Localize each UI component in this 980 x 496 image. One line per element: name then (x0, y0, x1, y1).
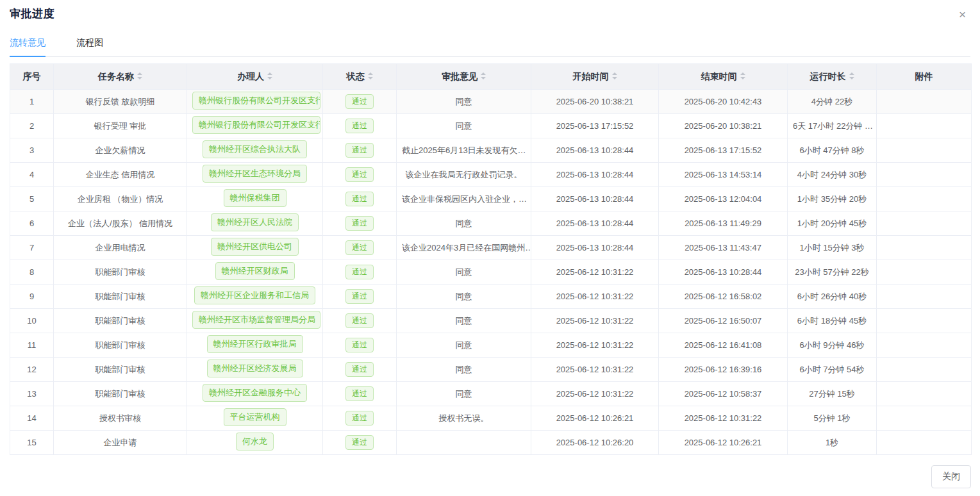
cell-status: 通过 (323, 382, 397, 406)
column-header-handler[interactable]: 办理人 (187, 64, 323, 90)
status-badge: 通过 (345, 338, 374, 352)
cell-index: 10 (10, 309, 54, 333)
cell-attachment (877, 406, 972, 431)
cell-index: 15 (10, 431, 54, 455)
cell-attachment (877, 211, 972, 236)
sort-icons[interactable] (267, 72, 272, 79)
caret-down-icon[interactable] (481, 77, 486, 79)
column-header-task-name[interactable]: 任务名称 (54, 64, 187, 90)
handler-tag: 赣州经开区人民法院 (211, 213, 299, 231)
caret-up-icon[interactable] (368, 72, 373, 75)
close-button[interactable]: 关闭 (931, 465, 971, 488)
modal-footer: 关闭 (931, 465, 971, 488)
caret-up-icon[interactable] (267, 72, 272, 75)
table-row: 14 授权书审核 平台运营机构 通过 授权书无误。 2025-06-12 10:… (10, 406, 972, 431)
cell-handler: 赣州经开区金融服务中心 (187, 382, 323, 406)
cell-attachment (877, 90, 972, 114)
cell-index: 3 (10, 138, 54, 163)
cell-task-name: 授权书审核 (54, 406, 187, 431)
cell-opinion: 同意 (397, 260, 531, 285)
handler-tag: 赣州保税集团 (224, 189, 287, 207)
caret-up-icon[interactable] (137, 72, 142, 75)
cell-start-time: 2025-06-13 10:28:44 (531, 211, 659, 236)
cell-start-time: 2025-06-12 10:31:22 (531, 309, 659, 333)
cell-task-name: 职能部门审核 (54, 382, 187, 406)
close-icon[interactable]: × (955, 7, 970, 22)
column-header-start-time[interactable]: 开始时间 (531, 64, 659, 90)
handler-tag: 赣州银行股份有限公司开发区支行 (192, 92, 320, 110)
table-row: 12 职能部门审核 赣州经开区经济发展局 通过 同意 2025-06-12 10… (10, 358, 972, 382)
cell-attachment (877, 138, 972, 163)
caret-down-icon[interactable] (137, 77, 142, 79)
cell-attachment (877, 236, 972, 260)
cell-status: 通过 (323, 406, 397, 431)
status-badge: 通过 (345, 143, 374, 158)
column-header-duration[interactable]: 运行时长 (788, 64, 877, 90)
sort-icons[interactable] (481, 72, 486, 79)
sort-icons[interactable] (849, 72, 854, 79)
cell-handler: 赣州经开区企业服务和工信局 (187, 285, 323, 309)
cell-index: 14 (10, 406, 54, 431)
cell-status: 通过 (323, 431, 397, 455)
cell-handler: 赣州经开区行政审批局 (187, 333, 323, 358)
cell-handler: 赣州经开区生态环境分局 (187, 163, 323, 187)
cell-opinion: 同意 (397, 382, 531, 406)
column-label: 结束时间 (701, 71, 737, 81)
caret-down-icon[interactable] (267, 77, 272, 79)
caret-up-icon[interactable] (612, 72, 617, 75)
cell-start-time: 2025-06-13 10:28:44 (531, 236, 659, 260)
cell-handler: 赣州经开区人民法院 (187, 211, 323, 236)
status-badge: 通过 (345, 119, 374, 133)
caret-down-icon[interactable] (368, 77, 373, 79)
sort-icons[interactable] (368, 72, 373, 79)
cell-duration: 1小时 15分钟 3秒 (788, 236, 877, 260)
cell-task-name: 银行反馈 放款明细 (54, 90, 187, 114)
cell-index: 1 (10, 90, 54, 114)
cell-end-time: 2025-06-12 16:39:16 (659, 358, 788, 382)
caret-up-icon[interactable] (849, 72, 854, 75)
column-header-opinion[interactable]: 审批意见 (397, 64, 531, 90)
sort-icons[interactable] (612, 72, 617, 79)
cell-end-time: 2025-06-12 16:50:07 (659, 309, 788, 333)
caret-up-icon[interactable] (740, 72, 745, 75)
cell-opinion: 同意 (397, 309, 531, 333)
handler-tag: 赣州经开区供电公司 (211, 238, 299, 256)
caret-down-icon[interactable] (849, 77, 854, 79)
caret-down-icon[interactable] (740, 77, 745, 79)
cell-index: 4 (10, 163, 54, 187)
cell-opinion: 同意 (397, 211, 531, 236)
cell-end-time: 2025-06-13 12:04:04 (659, 187, 788, 211)
handler-tag: 赣州经开区企业服务和工信局 (194, 286, 315, 304)
table-row: 11 职能部门审核 赣州经开区行政审批局 通过 同意 2025-06-12 10… (10, 333, 972, 358)
caret-up-icon[interactable] (481, 72, 486, 75)
table-row: 13 职能部门审核 赣州经开区金融服务中心 通过 同意 2025-06-12 1… (10, 382, 972, 406)
page-title: 审批进度 (10, 6, 54, 21)
cell-start-time: 2025-06-13 10:28:44 (531, 138, 659, 163)
cell-start-time: 2025-06-12 10:31:22 (531, 285, 659, 309)
table-row: 2 银行受理 审批 赣州银行股份有限公司开发区支行 通过 同意 2025-06-… (10, 114, 972, 138)
cell-index: 12 (10, 358, 54, 382)
cell-index: 9 (10, 285, 54, 309)
cell-task-name: 企业（法人/股东） 信用情况 (54, 211, 187, 236)
cell-start-time: 2025-06-13 17:15:52 (531, 114, 659, 138)
cell-duration: 23小时 57分钟 22秒 (788, 260, 877, 285)
cell-handler: 赣州银行股份有限公司开发区支行 (187, 90, 323, 114)
handler-tag: 赣州经开区经济发展局 (207, 360, 303, 377)
caret-down-icon[interactable] (612, 77, 617, 79)
status-badge: 通过 (345, 167, 374, 182)
tab-circulation-opinions[interactable]: 流转意见 (10, 37, 46, 56)
sort-icons[interactable] (740, 72, 745, 79)
cell-task-name: 企业申请 (54, 431, 187, 455)
cell-opinion: 该企业非保税园区内入驻企业，… (397, 187, 531, 211)
cell-start-time: 2025-06-12 10:26:21 (531, 406, 659, 431)
cell-handler: 赣州经开区财政局 (187, 260, 323, 285)
status-badge: 通过 (345, 289, 374, 304)
cell-status: 通过 (323, 285, 397, 309)
cell-status: 通过 (323, 260, 397, 285)
sort-icons[interactable] (137, 72, 142, 79)
tab-flow-chart[interactable]: 流程图 (76, 37, 103, 56)
column-header-status[interactable]: 状态 (323, 64, 397, 90)
column-header-end-time[interactable]: 结束时间 (659, 64, 788, 90)
cell-start-time: 2025-06-12 10:31:22 (531, 358, 659, 382)
cell-duration: 6小时 26分钟 40秒 (788, 285, 877, 309)
